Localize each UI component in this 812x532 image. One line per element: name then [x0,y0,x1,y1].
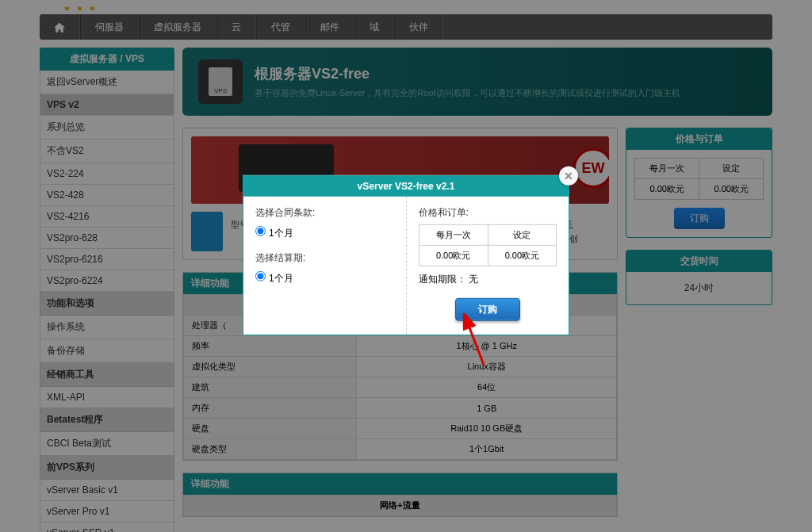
terms-option-1month[interactable]: 1个月 [255,227,293,238]
billing-period-label: 选择结算期: [255,251,394,264]
modal-price-col-monthly: 每月一次 [419,224,488,245]
billing-option-1month[interactable]: 1个月 [255,272,293,283]
billing-radio-1month[interactable] [255,270,266,281]
modal-price-col-setup: 设定 [488,224,556,245]
contract-terms-label: 选择合同条款: [255,205,394,219]
modal-order-button[interactable]: 订购 [455,297,520,320]
modal-price-monthly-value: 0.00欧元 [419,245,488,266]
modal-price-setup-value: 0.00欧元 [488,245,556,266]
modal-title: vServer VS2-free v2.1 ✕ [243,175,569,196]
order-modal: vServer VS2-free v2.1 ✕ 选择合同条款: 1个月 选择结算… [243,174,569,335]
notice-period-row: 通知期限： 无 [419,272,557,285]
modal-pricing-label: 价格和订单: [419,205,557,219]
terms-radio-1month[interactable] [255,225,266,235]
modal-price-table: 每月一次 设定 0.00欧元 0.00欧元 [419,224,557,266]
modal-close-button[interactable]: ✕ [559,166,578,185]
